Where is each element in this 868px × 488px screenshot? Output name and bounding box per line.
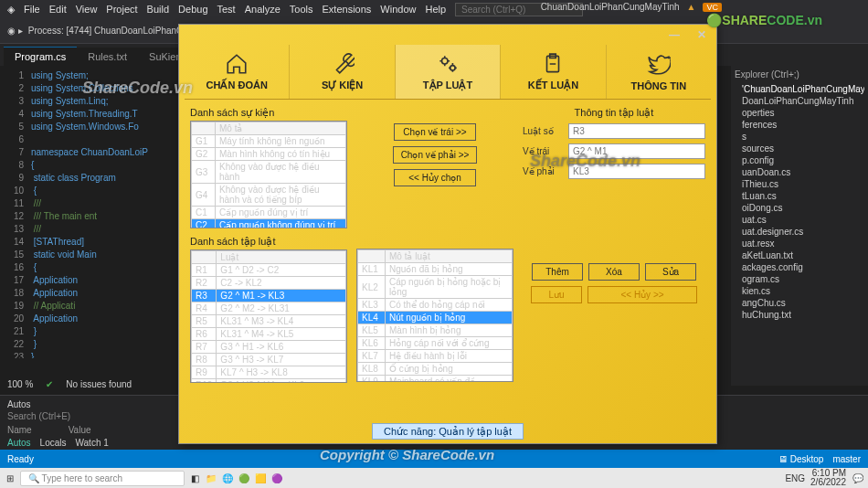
solution-explorer[interactable]: Explorer (Ctrl+;) 'ChuanDoanLoiPhanCungM… xyxy=(731,66,868,386)
vs-logo: ◈ xyxy=(7,4,15,16)
list-row[interactable]: R1G1 ^ D2 -> C2 xyxy=(192,264,346,277)
menu-build[interactable]: Build xyxy=(147,4,169,15)
solution-item[interactable]: huChung.txt xyxy=(735,309,864,321)
start-icon[interactable]: ⊞ xyxy=(4,472,16,484)
list-row[interactable]: G1Máy tính không lên nguồn xyxy=(192,135,346,148)
solution-item[interactable]: oiDong.cs xyxy=(735,202,864,214)
solution-item[interactable]: angChu.cs xyxy=(735,297,864,309)
cancel-choice-button[interactable]: << Hủy chọn xyxy=(394,169,476,186)
rules-listbox[interactable]: LuậtR1G1 ^ D2 -> C2R2C2 -> KL2R3G2 ^ M1 … xyxy=(190,249,347,383)
menu-test[interactable]: Test xyxy=(217,4,236,15)
solution-search[interactable]: Explorer (Ctrl+;) xyxy=(735,69,864,80)
events-listbox[interactable]: Mô tảG1Máy tính không lên nguồnG2Màn hìn… xyxy=(190,121,347,228)
save-button[interactable]: Lưu xyxy=(531,286,582,303)
list-row[interactable]: KL6Hỏng cáp nối với ổ cứng xyxy=(358,337,513,350)
list-row[interactable]: G3Không vào được hệ điều hành xyxy=(192,161,346,184)
menu-view[interactable]: View xyxy=(76,4,98,15)
chrome-icon[interactable]: 🟢 xyxy=(238,472,250,484)
choose-left-button[interactable]: Chọn vế trái >> xyxy=(394,123,476,141)
tab-program[interactable]: Program.cs xyxy=(4,47,77,66)
list-row[interactable]: R6KL31 ^ M4 -> KL5 xyxy=(192,328,346,341)
solution-item[interactable]: kien.cs xyxy=(735,285,864,297)
rule-right-input[interactable] xyxy=(568,164,705,179)
solution-item[interactable]: tLuan.cs xyxy=(735,190,864,202)
solution-item[interactable]: ferences xyxy=(735,119,864,131)
solution-item[interactable]: uanDoan.cs xyxy=(735,166,864,178)
solution-item[interactable]: sources xyxy=(735,143,864,154)
list-row[interactable]: R8G3 ^ H3 -> KL7 xyxy=(192,354,346,366)
menu-extensions[interactable]: Extensions xyxy=(323,4,372,15)
list-row[interactable]: R10G3 ^ H2 ^ H4 -> KL9 xyxy=(192,379,346,384)
list-row[interactable]: G2Màn hình không có tín hiệu xyxy=(192,148,346,161)
solution-root[interactable]: 'ChuanDoanLoiPhanCungMayTinh' (1 of 1 pr… xyxy=(735,83,864,95)
autos-tab-locals[interactable]: Locals xyxy=(40,438,67,448)
solution-item[interactable]: ackages.config xyxy=(735,261,864,273)
menu-help[interactable]: Help xyxy=(425,4,446,15)
vs-icon[interactable]: 🟣 xyxy=(270,472,283,484)
list-row[interactable]: KL5Màn hình bị hỏng xyxy=(358,324,513,337)
list-row[interactable]: KL9Mainboard có vấn đề xyxy=(358,376,513,383)
home-icon xyxy=(225,52,249,78)
list-row[interactable]: C2Cấp nguồn không đúng vị trí xyxy=(192,219,346,229)
rule-no-input[interactable] xyxy=(568,123,705,139)
list-row[interactable]: KL8Ổ cứng bị hỏng xyxy=(358,363,513,376)
menu-project[interactable]: Project xyxy=(106,4,137,15)
solution-item[interactable]: s xyxy=(735,131,864,143)
delete-button[interactable]: Xóa xyxy=(588,263,640,281)
list-row[interactable]: KL2Cáp nguồn bị hỏng hoặc bị lỏng xyxy=(358,276,513,299)
solution-item[interactable]: operties xyxy=(735,107,864,119)
edge-icon[interactable]: 🌐 xyxy=(221,472,234,484)
list-row[interactable]: R7G3 ^ H1 -> KL6 xyxy=(192,341,346,354)
app-tab-2[interactable]: TẬP LUẬT xyxy=(396,45,501,99)
list-row[interactable]: R4G2 ^ M2 -> KL31 xyxy=(192,302,346,315)
app-tab-0[interactable]: CHẤN ĐOÁN xyxy=(185,45,290,99)
choose-right-button[interactable]: Chọn vế phải >> xyxy=(393,146,478,164)
solution-item[interactable]: p.config xyxy=(735,154,864,166)
list-row[interactable]: KL4Nút nguồn bị hỏng xyxy=(358,312,513,324)
add-button[interactable]: Thêm xyxy=(532,263,583,281)
edit-button[interactable]: Sửa xyxy=(645,263,696,281)
minimize-button[interactable]: — xyxy=(665,27,683,42)
solution-item[interactable]: aKetLuan.txt xyxy=(735,249,864,261)
autos-tab-autos[interactable]: Autos xyxy=(7,438,31,448)
solution-item[interactable]: uat.cs xyxy=(735,214,864,226)
menu-window[interactable]: Window xyxy=(380,4,416,15)
list-row[interactable]: R3G2 ^ M1 -> KL3 xyxy=(192,290,346,302)
list-row[interactable]: R5KL31 ^ M3 -> KL4 xyxy=(192,315,346,328)
solution-item[interactable]: DoanLoiPhanCungMayTinh xyxy=(735,95,864,107)
solution-item[interactable]: iThieu.cs xyxy=(735,178,864,190)
list-row[interactable]: C1Cấp nguồn đúng vị trí xyxy=(192,207,346,219)
close-button[interactable]: ✕ xyxy=(693,27,711,42)
taskbar-search[interactable]: 🔍 Type here to search xyxy=(20,471,185,486)
undo-button[interactable]: << Hủy >> xyxy=(587,286,697,303)
app-tab-3[interactable]: KẾT LUẬN xyxy=(501,45,606,99)
kl-listbox[interactable]: Mô tả luậtKL1Nguồn đã bị hỏngKL2Cáp nguồ… xyxy=(356,249,513,382)
list-row[interactable]: R2C2 -> KL2 xyxy=(192,277,346,290)
app-icon[interactable]: 🟨 xyxy=(254,472,267,484)
solution-item[interactable]: uat.resx xyxy=(735,238,864,249)
menu-analyze[interactable]: Analyze xyxy=(245,4,281,15)
autos-tab-watch[interactable]: Watch 1 xyxy=(75,438,108,448)
list-row[interactable]: KL3Có thể do hỏng cáp nối xyxy=(358,299,513,312)
menu-edit[interactable]: Edit xyxy=(49,4,67,15)
tab-rules[interactable]: Rules.txt xyxy=(77,48,138,66)
solution-item[interactable]: uat.designer.cs xyxy=(735,226,864,238)
solution-item[interactable]: ogram.cs xyxy=(735,273,864,285)
back-icon[interactable]: ◉ ▸ xyxy=(7,26,23,36)
menu-debug[interactable]: Debug xyxy=(178,4,207,15)
explorer-icon[interactable]: 📁 xyxy=(205,472,217,484)
clipboard-icon xyxy=(541,52,565,78)
rule-left-input[interactable] xyxy=(568,143,705,159)
app-tab-1[interactable]: SỰ KIỆN xyxy=(290,45,395,99)
list-row[interactable]: KL7Hệ điều hành bị lỗi xyxy=(358,350,513,363)
list-row[interactable]: R9KL7 ^ H3 -> KL8 xyxy=(192,366,346,379)
app-tab-4[interactable]: THÔNG TIN xyxy=(607,45,711,99)
list-row[interactable]: G4Không vào được hệ điều hành và có tiến… xyxy=(192,184,346,207)
menu-file[interactable]: File xyxy=(24,4,40,15)
notification-icon[interactable]: 💬 xyxy=(852,472,864,484)
tray-lang[interactable]: ENG xyxy=(785,473,805,483)
vs-editor[interactable]: 1using System;2using System.Collections3… xyxy=(0,66,183,358)
list-row[interactable]: KL1Nguồn đã bị hỏng xyxy=(358,263,513,276)
task-view-icon[interactable]: ◧ xyxy=(188,472,201,484)
menu-tools[interactable]: Tools xyxy=(290,4,313,15)
